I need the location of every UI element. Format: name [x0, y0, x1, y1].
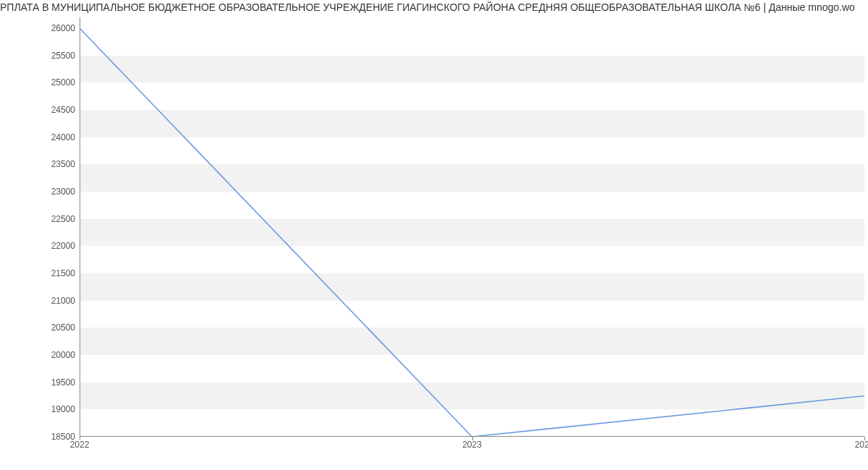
series-line	[80, 28, 864, 437]
x-tick-label: 2023	[462, 440, 482, 450]
y-tick-label: 23000	[51, 187, 75, 197]
line-layer	[80, 17, 864, 437]
axis-y	[80, 17, 80, 437]
y-tick-label: 24500	[51, 105, 75, 115]
y-tick-label: 23500	[51, 159, 75, 169]
y-tick-label: 22500	[51, 214, 75, 224]
plot-area: 1850019000195002000020500210002150022000…	[80, 17, 864, 437]
y-tick-label: 24000	[51, 132, 75, 142]
y-tick-label: 25000	[51, 77, 75, 87]
y-tick-label: 20000	[51, 350, 75, 360]
y-tick-label: 19000	[51, 404, 75, 414]
y-tick-label: 25500	[51, 51, 75, 61]
y-tick-label: 19500	[51, 377, 75, 388]
chart-title: РПЛАТА В МУНИЦИПАЛЬНОЕ БЮДЖЕТНОЕ ОБРАЗОВ…	[0, 1, 868, 13]
y-tick-label: 21000	[51, 296, 75, 306]
y-tick-label: 20500	[51, 322, 75, 333]
y-tick-label: 26000	[51, 23, 75, 33]
y-tick-label: 21500	[51, 268, 75, 278]
y-tick-label: 22000	[51, 241, 75, 251]
x-tick-label: 2022	[70, 440, 90, 450]
x-tick-label: 2024	[855, 440, 868, 450]
